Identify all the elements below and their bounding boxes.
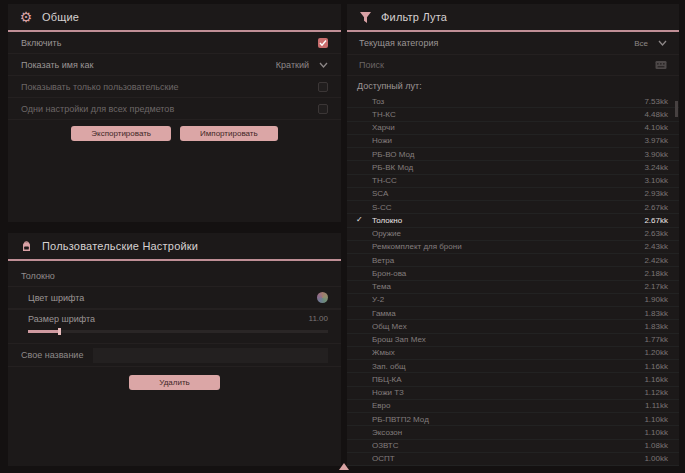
color-wheel-icon[interactable] — [317, 292, 328, 303]
loot-item-row[interactable]: Ножи ТЗ1.12kk — [347, 387, 679, 400]
custom-name-input[interactable] — [93, 348, 328, 363]
category-label: Текущая категория — [359, 38, 438, 48]
gear-icon: ⚙ — [19, 10, 33, 24]
enable-checkbox[interactable] — [318, 38, 328, 48]
loot-item-row[interactable]: РБ-ПВТП2 Мод1.10kk — [347, 413, 679, 426]
loot-item-row[interactable]: РБ-ВО Мод3.90kk — [347, 148, 679, 161]
same-settings-label: Одни настройки для всех предметов — [21, 104, 174, 114]
loot-item-row[interactable]: Жмых1.20kk — [347, 347, 679, 360]
import-button[interactable]: Импортировать — [180, 126, 278, 141]
export-button[interactable]: Экспортировать — [71, 126, 171, 141]
loot-item-row[interactable]: Эксозон1.10kk — [347, 426, 679, 439]
name-display-value: Краткий — [276, 60, 309, 70]
category-select[interactable]: Все — [634, 39, 667, 48]
loot-item-row[interactable]: Тема2.17kk — [347, 281, 679, 294]
loot-item-row[interactable]: Тоз7.53kk — [347, 95, 679, 108]
loot-item-name: ТН-СС — [372, 176, 644, 185]
selected-item-name: Толокно — [8, 261, 341, 286]
scrollbar-handle[interactable] — [675, 101, 678, 117]
loot-item-row[interactable]: ✓Толокно2.67kk — [347, 214, 679, 227]
general-panel-header: ⚙ Общие — [8, 4, 341, 30]
user-settings-title: Пользовательские Настройки — [42, 240, 198, 252]
loot-item-value: 3.97kk — [644, 136, 668, 145]
general-buttons: Экспортировать Импортировать — [8, 126, 341, 141]
custom-name-row: Свое название — [8, 343, 341, 367]
loot-item-value: 3.24kk — [644, 163, 668, 172]
chevron-down-icon — [319, 62, 328, 68]
loot-item-name: РБ-ПВТП2 Мод — [372, 415, 644, 424]
backpack-icon — [19, 239, 33, 253]
category-row: Текущая категория Все — [347, 32, 679, 55]
loot-item-row[interactable]: S-CC2.67kk — [347, 201, 679, 214]
loot-item-value: 1.10kk — [644, 428, 668, 437]
loot-item-value: 4.48kk — [644, 110, 668, 119]
loot-item-value: 3.10kk — [644, 176, 668, 185]
same-settings-checkbox[interactable] — [318, 104, 328, 114]
loot-item-value: 2.18kk — [644, 269, 668, 278]
loot-filter-header: Фильтр Лута — [347, 4, 679, 30]
funnel-icon — [358, 10, 372, 24]
loot-item-row[interactable]: Общ Мех1.83kk — [347, 320, 679, 333]
loot-item-name: Гамма — [372, 309, 644, 318]
loot-item-name: Толокно — [372, 216, 644, 225]
loot-item-row[interactable]: Гамма1.83kk — [347, 307, 679, 320]
loot-item-value: 2.67kk — [644, 216, 668, 225]
font-size-value: 11.00 — [309, 314, 328, 323]
setting-row-only-custom: Показывать только пользовательские — [8, 76, 341, 98]
only-custom-label: Показывать только пользовательские — [21, 82, 179, 92]
loot-item-row[interactable]: Ремкомплект для брони2.43kk — [347, 241, 679, 254]
general-panel-title: Общие — [42, 11, 79, 23]
loot-item-name: Эксозон — [372, 428, 644, 437]
slider-handle[interactable] — [58, 328, 61, 335]
setting-row-enable: Включить — [8, 32, 341, 54]
loot-item-row[interactable]: Харчи4.10kk — [347, 122, 679, 135]
loot-item-row[interactable]: ТН-СС3.10kk — [347, 175, 679, 188]
loot-item-name: Ножи ТЗ — [372, 388, 644, 397]
loot-item-value: 4.10kk — [644, 123, 668, 132]
loot-item-row[interactable]: Оружие2.63kk — [347, 228, 679, 241]
loot-item-name: ПБЦ-КА — [372, 375, 644, 384]
loot-item-value: 2.42kk — [644, 256, 668, 265]
loot-item-name: Ветра — [372, 256, 644, 265]
name-display-label: Показать имя как — [21, 60, 93, 70]
loot-item-row[interactable]: У-21.90kk — [347, 294, 679, 307]
loot-item-row[interactable]: РБ-ВК Мод3.24kk — [347, 161, 679, 174]
loot-item-name: Тема — [372, 282, 644, 291]
scroll-up-caret-icon[interactable] — [339, 463, 349, 470]
name-display-select[interactable]: Краткий — [276, 60, 328, 70]
category-value: Все — [634, 39, 648, 48]
loot-item-value: 1.12kk — [644, 388, 668, 397]
delete-button[interactable]: Удалить — [129, 375, 220, 390]
loot-item-name: Оружие — [372, 229, 644, 238]
keyboard-icon[interactable] — [655, 60, 667, 70]
loot-item-row[interactable]: Ветра2.42kk — [347, 254, 679, 267]
loot-item-name: ОЗВТС — [372, 441, 644, 450]
loot-item-row[interactable]: Ножи3.97kk — [347, 135, 679, 148]
available-loot-label: Доступный лут: — [347, 76, 679, 95]
loot-item-value: 2.63kk — [644, 229, 668, 238]
loot-item-name: S-CC — [372, 203, 644, 212]
loot-item-row[interactable]: Брон-ова2.18kk — [347, 267, 679, 280]
only-custom-checkbox[interactable] — [318, 82, 328, 92]
loot-item-value: 1.11kk — [645, 401, 668, 410]
loot-item-row[interactable]: Брош Зап Мех1.77kk — [347, 334, 679, 347]
loot-item-name: РБ-ВО Мод — [372, 150, 644, 159]
loot-item-value: 1.83kk — [644, 322, 668, 331]
custom-name-label: Свое название — [21, 350, 83, 360]
loot-item-value: 2.43kk — [644, 242, 668, 251]
loot-item-row[interactable]: ОЗВТС1.08kk — [347, 440, 679, 453]
loot-item-row[interactable]: ОСПТ1.00kk — [347, 453, 679, 466]
loot-item-value: 2.67kk — [644, 203, 668, 212]
search-input[interactable] — [359, 60, 655, 70]
loot-item-value: 1.90kk — [644, 295, 668, 304]
setting-row-name-display: Показать имя как Краткий — [8, 54, 341, 76]
loot-item-row[interactable]: ПБЦ-КА1.16kk — [347, 373, 679, 386]
loot-item-row[interactable]: ТН-КС4.48kk — [347, 108, 679, 121]
enable-label: Включить — [21, 38, 61, 48]
loot-item-row[interactable]: Евро1.11kk — [347, 400, 679, 413]
font-size-slider[interactable] — [28, 330, 328, 333]
loot-item-row[interactable]: Зап. общ1.16kk — [347, 360, 679, 373]
loot-filter-panel: Фильтр Лута Текущая категория Все Доступ — [347, 4, 679, 465]
loot-item-row[interactable]: SCA2.93kk — [347, 188, 679, 201]
slider-fill — [28, 330, 60, 333]
